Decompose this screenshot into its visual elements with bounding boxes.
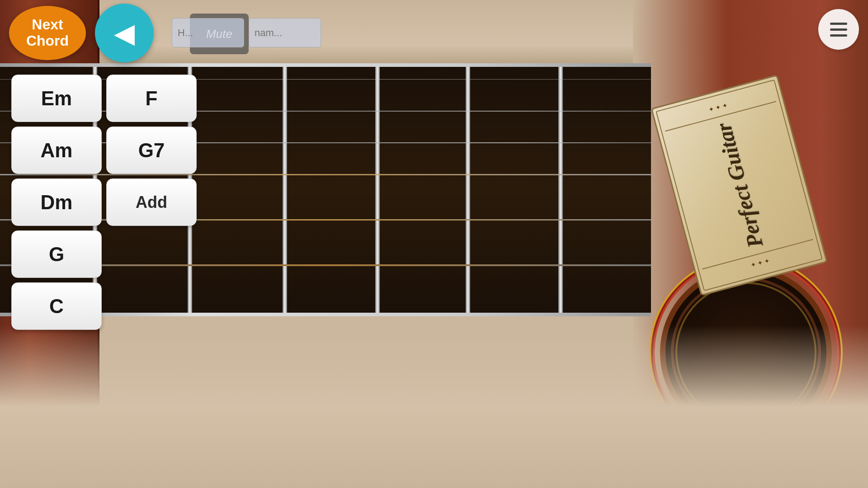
menu-line-1 bbox=[830, 23, 847, 25]
chord-button-em[interactable]: Em bbox=[11, 75, 102, 122]
logo-text: Next Chord bbox=[26, 17, 69, 48]
name-input[interactable] bbox=[249, 18, 321, 47]
header: Next Chord ◀ bbox=[0, 0, 868, 66]
chord-panel: Em F Am G7 Dm Add G C bbox=[11, 75, 197, 330]
menu-line-2 bbox=[830, 28, 847, 31]
chord-button-g[interactable]: G bbox=[11, 230, 102, 278]
hamburger-menu-button[interactable] bbox=[818, 9, 859, 50]
fret-3 bbox=[375, 63, 380, 316]
chord-button-c[interactable]: C bbox=[11, 282, 102, 330]
back-arrow-icon: ◀ bbox=[114, 17, 135, 49]
fret-5 bbox=[558, 63, 563, 316]
fret-2 bbox=[283, 63, 287, 316]
chord-button-g7[interactable]: G7 bbox=[106, 127, 197, 174]
search-input[interactable] bbox=[172, 18, 244, 47]
back-button[interactable]: ◀ bbox=[95, 4, 154, 62]
chord-button-add[interactable]: Add bbox=[106, 178, 197, 226]
chord-button-f[interactable]: F bbox=[106, 75, 197, 122]
menu-line-3 bbox=[830, 34, 847, 37]
next-chord-logo[interactable]: Next Chord bbox=[9, 6, 86, 60]
chord-button-dm[interactable]: Dm bbox=[11, 178, 102, 226]
chord-button-am[interactable]: Am bbox=[11, 127, 102, 174]
guitar-bottom-wood bbox=[0, 325, 868, 488]
search-area bbox=[172, 18, 321, 47]
fret-4 bbox=[466, 63, 470, 316]
